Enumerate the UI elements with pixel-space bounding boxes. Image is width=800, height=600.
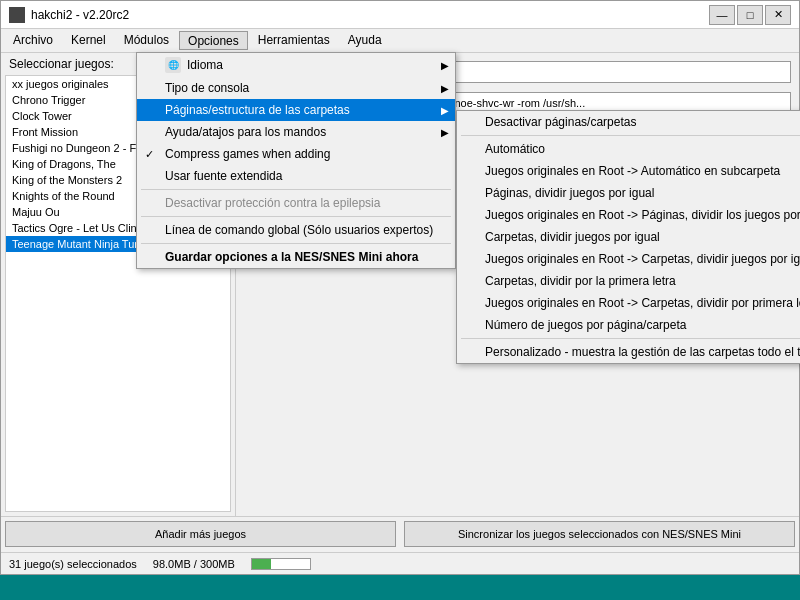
- separator-3: [141, 243, 451, 244]
- sub-carpetas-dividir[interactable]: Carpetas, dividir juegos por igual: [457, 226, 800, 248]
- globe-icon: 🌐: [165, 57, 181, 73]
- opciones-menu[interactable]: 🌐 Idioma ▶ Tipo de consola ▶ Páginas/est…: [136, 52, 456, 269]
- separator-2: [141, 216, 451, 217]
- menu-epilepsia: Desactivar protección contra la epilepsi…: [137, 192, 455, 214]
- menu-ayuda-atajos[interactable]: Ayuda/atajos para los mandos ▶: [137, 121, 455, 143]
- sub-separator-1: [461, 135, 800, 136]
- add-games-button[interactable]: Añadir más juegos: [5, 521, 396, 547]
- bottom-bar: Añadir más juegos Sincronizar los juegos…: [1, 516, 799, 552]
- menu-bar: Archivo Kernel Módulos Opciones Herramie…: [1, 29, 799, 53]
- sub-carpetas-primera-letra[interactable]: Carpetas, dividir por la primera letra: [457, 270, 800, 292]
- menu-archivo[interactable]: Archivo: [5, 31, 61, 50]
- sub-automatico[interactable]: Automático: [457, 138, 800, 160]
- close-button[interactable]: ✕: [765, 5, 791, 25]
- menu-herramientas[interactable]: Herramientas: [250, 31, 338, 50]
- minimize-button[interactable]: —: [709, 5, 735, 25]
- menu-tipo-consola[interactable]: Tipo de consola ▶: [137, 77, 455, 99]
- menu-ayuda[interactable]: Ayuda: [340, 31, 390, 50]
- sub-originales-root-auto[interactable]: Juegos originales en Root -> Automático …: [457, 160, 800, 182]
- sub-personalizado[interactable]: Personalizado - muestra la gestión de la…: [457, 341, 800, 363]
- maximize-button[interactable]: □: [737, 5, 763, 25]
- menu-opciones[interactable]: Opciones: [179, 31, 248, 50]
- sub-originales-root-paginas[interactable]: Juegos originales en Root -> Páginas, di…: [457, 204, 800, 226]
- window-controls: — □ ✕: [709, 5, 791, 25]
- sub-originales-root-carpetas[interactable]: Juegos originales en Root -> Carpetas, d…: [457, 248, 800, 270]
- menu-paginas-estructura[interactable]: Páginas/estructura de las carpetas ▶: [137, 99, 455, 121]
- separator-1: [141, 189, 451, 190]
- menu-kernel[interactable]: Kernel: [63, 31, 114, 50]
- menu-modulos[interactable]: Módulos: [116, 31, 177, 50]
- menu-linea-global[interactable]: Línea de comando global (Sólo usuarios e…: [137, 219, 455, 241]
- app-icon: [9, 7, 25, 23]
- sub-desactivar[interactable]: Desactivar páginas/carpetas: [457, 111, 800, 133]
- status-size: 98.0MB / 300MB: [153, 558, 235, 570]
- sync-button[interactable]: Sincronizar los juegos seleccionados con…: [404, 521, 795, 547]
- progress-bar: [251, 558, 311, 570]
- sub-numero-por-pagina[interactable]: Número de juegos por página/carpeta ▶: [457, 314, 800, 336]
- sub-paginas-dividir[interactable]: Páginas, dividir juegos por igual: [457, 182, 800, 204]
- menu-fuente-extendida[interactable]: Usar fuente extendida: [137, 165, 455, 187]
- title-bar: hakchi2 - v2.20rc2 — □ ✕: [1, 1, 799, 29]
- status-bar: 31 juego(s) seleccionados 98.0MB / 300MB: [1, 552, 799, 574]
- menu-guardar[interactable]: Guardar opciones a la NES/SNES Mini ahor…: [137, 246, 455, 268]
- sub-originales-root-primera-letra[interactable]: Juegos originales en Root -> Carpetas, d…: [457, 292, 800, 314]
- menu-compress[interactable]: ✓ Compress games when adding: [137, 143, 455, 165]
- status-progress: [251, 558, 311, 570]
- paginas-submenu[interactable]: Desactivar páginas/carpetas Automático J…: [456, 110, 800, 364]
- menu-idioma[interactable]: 🌐 Idioma ▶: [137, 53, 455, 77]
- sub-separator-2: [461, 338, 800, 339]
- status-count: 31 juego(s) seleccionados: [9, 558, 137, 570]
- progress-fill: [252, 559, 271, 569]
- window-title: hakchi2 - v2.20rc2: [31, 8, 129, 22]
